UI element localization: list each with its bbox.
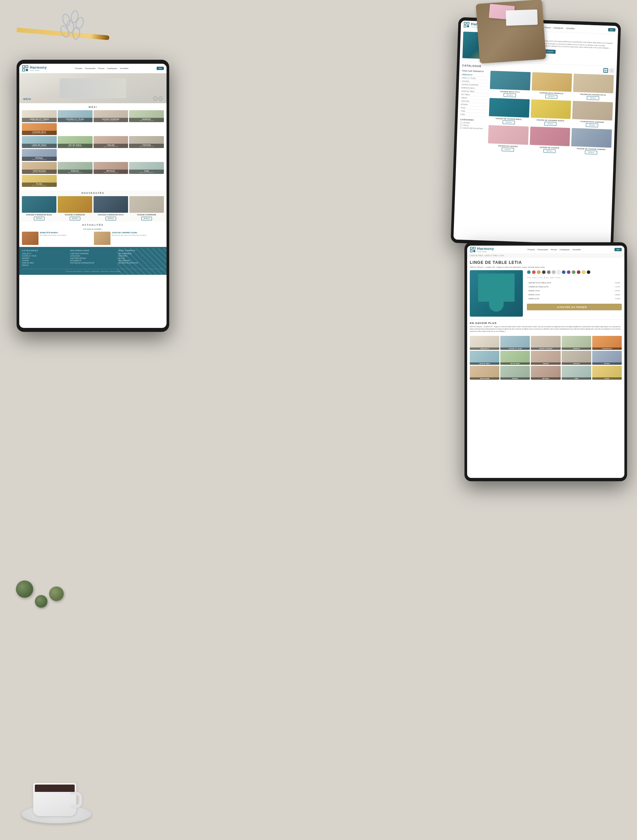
prev-arrow[interactable]: ‹ [153,96,157,101]
footer-link-couvre-lit[interactable]: COUVRE-LIT / PLAID [22,255,67,257]
footer-link-cond[interactable]: CONDITIONS TARIFAIRES [70,253,115,254]
swatch-green[interactable] [572,270,576,274]
cat-torchon[interactable]: TORCHON Voir les produits [129,136,164,148]
checkbox-tissus[interactable] [460,124,462,126]
size-row-2[interactable]: CHEMIN DE TABLE LETIA C2275 [528,285,621,288]
cat-edredon[interactable]: EDREDON Voir les produits [129,110,164,122]
sidebar-all-label[interactable]: TOUS LES PRODUITS [462,70,488,73]
nav-produits[interactable]: Produits [75,67,82,69]
next-arrow[interactable]: › [159,96,162,101]
prod-btn-2[interactable]: DÉTAILS [545,95,557,99]
footer-link-coussin[interactable]: COUSSIN [22,260,67,262]
footer-link-tapis-bain[interactable]: RIDEAUX [22,265,67,266]
linge-cat-tapis-bain[interactable]: TAPIS DE BAIN [470,366,499,380]
nav-presse[interactable]: Presse [98,67,104,69]
swatch-silver[interactable] [552,270,556,274]
swatch-cream[interactable] [557,270,561,274]
linge-cat-tablier[interactable]: TABLIER [531,351,560,365]
linge-cat-linge-lit[interactable]: LINGE DE LIT [470,336,499,350]
prod-btn-8[interactable]: DÉTAILS [544,149,556,153]
swatch-red[interactable] [532,270,536,274]
footer-link-linge-table[interactable]: LINGE DE TABLE [22,262,67,264]
size-row-1[interactable]: SERVIETTE DE TABLE LETIA X1/460 [528,281,621,284]
swatch-brown[interactable] [587,270,591,274]
linge-cat-eponge[interactable]: ÉPONGE [592,351,622,365]
list-view-btn[interactable] [609,68,614,73]
size-row-5[interactable]: NAPPE LETIA F7/660 [528,297,621,300]
size-row-4[interactable]: NAPPE 170 Po C38/60 [528,293,621,296]
prod-btn-5[interactable]: DÉTAILS [544,122,557,126]
prod-btn-9[interactable]: DÉTAILS [585,150,597,154]
linge-search-btn[interactable]: Aller [615,248,622,251]
nav-actualites[interactable]: Actualités [120,67,128,69]
nav-catalogues[interactable]: Catalogues [107,67,117,69]
cat-coussin-deco[interactable]: COUSSIN DÉCO Voir les produits [22,123,57,135]
swatch-darkred[interactable] [577,270,580,274]
footer-link-legal[interactable]: QUESTIONS LÉGALES [70,257,115,259]
cat-metrage[interactable]: MÉTRAGE Voir les produits [93,162,128,174]
cat-eponge[interactable]: ÉPONGE Voir les produits [22,149,57,161]
sidebar-cabs[interactable]: CABS [460,112,487,117]
linge-cat-cabs[interactable]: CABS [562,366,591,380]
cat-cabs[interactable]: CABS Voir les produits [129,162,164,174]
cat-rideaux[interactable]: RIDEAUX Voir les produits [58,162,93,174]
footer-link-access[interactable]: ACCESSIBILITÉ [70,260,115,262]
linge-nav-catalogues[interactable]: Catalogues [560,249,570,251]
linge-cat-couvre-lit[interactable]: COUVRE-LIT / PLAID [500,336,530,350]
linge-cat-torchon[interactable]: TORCHON [562,351,591,365]
linge-cat-metrage[interactable]: MÉTRAGE [531,366,560,380]
cat-tablier[interactable]: TABLIER Voir les produits [93,136,128,148]
search-button[interactable]: Aller [157,67,164,70]
coussin-nav-presse[interactable]: Presse [544,27,551,29]
swatch-purple[interactable] [567,270,571,274]
nouv-btn-4[interactable]: DÉTAILS [141,217,152,220]
nav-nouveautes[interactable]: Nouveautés [85,67,96,69]
linge-cat-set-table[interactable]: SET DE TABLE [500,351,530,365]
coussin-search-btn[interactable]: Aller [608,28,615,32]
cat-tapis-bain[interactable]: TAPIS DE BAIN Voir les produits [22,162,57,174]
cat-linge-table[interactable]: LINGE DE TABLE Voir les produits [22,136,57,148]
swatch-blue[interactable] [562,270,566,274]
swatch-orange[interactable] [537,270,541,274]
prod-btn-4[interactable]: DÉTAILS [503,120,515,124]
linge-cat-edredon[interactable]: EDREDON [562,336,591,350]
footer-link-privacy[interactable]: POLITIQUE DE CONFIDENTIALITÉ [70,262,115,264]
nouv-btn-2[interactable]: DÉTAILS [70,217,80,220]
prod-card-4: HOUSSE DE COUSSIN BERAL DÉTAILS [489,98,530,125]
linge-cat-coussin-deco[interactable]: COUSSIN DÉCO [592,336,622,350]
swatch-teal[interactable] [527,270,531,274]
linge-nav-actualites[interactable]: Actualités [572,249,581,251]
cat-couvre-lit[interactable]: COUVRE-LIT / PLAID Voir les produits [58,110,93,122]
cat-plage[interactable]: PLAGE Voir les produits [22,175,57,187]
linge-nav-nouveautes[interactable]: Nouveautés [538,249,548,251]
cat-linge-lit[interactable]: LINGE DE LIT / TABLE Voir les produits [22,110,57,122]
linge-cat-linge-table[interactable]: LINGE DE TABLE [470,351,499,365]
prod-btn-6[interactable]: DÉTAILS [586,123,598,127]
linge-cat-plage[interactable]: PLAGE [592,366,622,380]
swatch-dark[interactable] [542,270,546,274]
add-to-cart-button[interactable]: AJOUTER AU PANIER 🛒 [527,304,622,310]
linge-nav-presse[interactable]: Presse [551,249,557,251]
cat-set-table[interactable]: SET DE TABLE Voir les produits [58,136,93,148]
linge-cat-rideaux[interactable]: RIDEAUX [500,366,530,380]
coussin-nav-actualites[interactable]: Actualités [566,27,575,30]
cat-fausse-fourrure[interactable]: FAUSSE FOURRURE Voir les produits [93,110,128,122]
swatch-gray[interactable] [547,270,551,274]
nouv-btn-3[interactable]: DÉTAILS [106,217,116,220]
prod-btn-3[interactable]: DÉTAILS [587,96,599,100]
checkbox-linlure[interactable] [460,122,462,123]
checkbox-polyester[interactable] [460,127,462,129]
linge-nav-produits[interactable]: Produits [528,249,535,251]
size-row-3[interactable]: NAPPE 170 Po C25/70 [528,289,621,292]
swatch-yellow[interactable] [582,270,586,274]
footer-link-linge-lit[interactable]: LINGE DE LIT [22,253,67,254]
prod-btn-7[interactable]: DÉTAILS [501,147,514,152]
coussin-nav-catalogues[interactable]: Catalogues [553,27,564,29]
prod-btn-1[interactable]: DÉTAILS [504,93,516,97]
footer-link-cat[interactable]: CATALOGUES [70,255,115,257]
grid-view-btn[interactable] [603,68,608,73]
footer-link-edredon[interactable]: EDREDON [22,257,67,259]
linge-cat-fausse-fourrure[interactable]: FAUSSE FOURRURE [531,336,560,350]
actualites-subtitle[interactable]: Voir toutes les actualités » [22,228,164,230]
nouv-btn-1[interactable]: DÉTAILS [34,217,44,220]
